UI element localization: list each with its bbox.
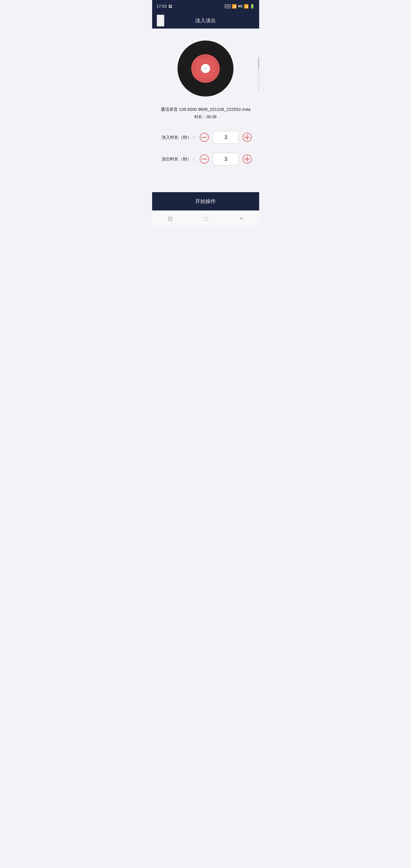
battery-icon: 🔋 xyxy=(250,4,255,8)
status-bar-right: HD 📶 4G 📶 🔋 xyxy=(225,4,255,8)
vinyl-record xyxy=(177,40,234,97)
back-button[interactable]: ‹ xyxy=(157,14,164,27)
fade-out-label: 淡出时长（秒）： xyxy=(159,156,196,162)
minus-circle-icon xyxy=(199,132,209,142)
status-bar-left: 17:53 🖼 xyxy=(157,4,172,8)
bottom-bar: 开始操作 xyxy=(152,192,259,211)
hd-label: HD xyxy=(225,4,231,8)
home-icon: □ xyxy=(204,215,208,222)
back-nav-icon: < xyxy=(240,215,243,222)
fade-out-decrease-button[interactable] xyxy=(199,154,210,164)
back-nav-button[interactable]: < xyxy=(233,213,250,224)
4g-icon: 4G xyxy=(238,4,242,8)
fade-out-input[interactable] xyxy=(213,153,239,165)
gallery-icon: 🖼 xyxy=(168,4,172,8)
fade-out-increase-button[interactable] xyxy=(242,154,252,164)
fade-in-row: 淡入时长（秒）： xyxy=(158,131,253,144)
fade-in-input[interactable] xyxy=(213,131,239,144)
plus-circle-icon-2 xyxy=(242,154,252,164)
page-title: 淡入淡出 xyxy=(195,17,216,24)
time-display: 17:53 xyxy=(157,4,167,8)
signal-icon: 📶 xyxy=(244,4,249,8)
file-duration: 时长：00:38 xyxy=(161,115,250,120)
menu-nav-button[interactable]: ||| xyxy=(161,213,180,224)
plus-circle-icon xyxy=(242,132,252,142)
vinyl-container xyxy=(177,40,234,97)
controls-section: 淡入时长（秒）： 淡出时长（秒）： xyxy=(158,131,253,175)
status-bar: 17:53 🖼 HD 📶 4G 📶 🔋 xyxy=(152,0,259,12)
start-operation-button[interactable]: 开始操作 xyxy=(195,198,216,205)
nav-bar: ||| □ < xyxy=(152,211,259,226)
header: ‹ 淡入淡出 xyxy=(152,12,259,29)
wifi-icon: 📶 xyxy=(232,4,236,8)
main-content: 通话录音 139 8200 9608_221106_222552.m4a 时长：… xyxy=(152,29,259,192)
fade-in-increase-button[interactable] xyxy=(242,132,252,143)
home-nav-button[interactable]: □ xyxy=(198,213,215,224)
file-name: 通话录音 139 8200 9608_221106_222552.m4a xyxy=(161,106,250,112)
svg-point-10 xyxy=(204,67,207,70)
scrollbar-thumb xyxy=(258,57,259,68)
fade-in-label: 淡入时长（秒）： xyxy=(159,135,196,140)
scrollbar-track[interactable] xyxy=(258,57,259,91)
minus-circle-icon-2 xyxy=(199,154,209,164)
file-info: 通话录音 139 8200 9608_221106_222552.m4a 时长：… xyxy=(161,106,250,120)
fade-in-decrease-button[interactable] xyxy=(199,132,210,143)
fade-out-row: 淡出时长（秒）： xyxy=(158,153,253,165)
menu-icon: ||| xyxy=(168,216,173,222)
